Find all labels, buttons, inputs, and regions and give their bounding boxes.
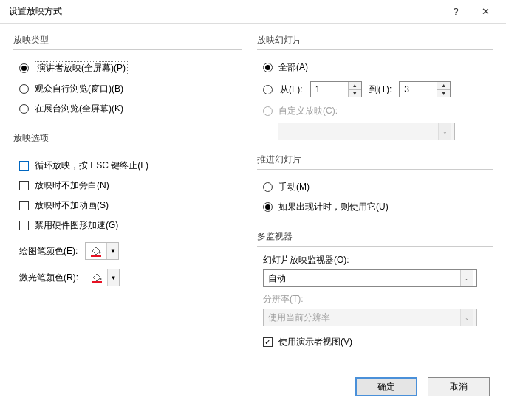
checkbox-label: 使用演示者视图(V) — [278, 336, 352, 348]
group-title: 多监视器 — [257, 230, 493, 243]
checkbox-no-narration[interactable]: 放映时不加旁白(N) — [13, 176, 242, 196]
radio-slides-range[interactable]: 从(F): ▲▼ 到(T): ▲▼ — [257, 78, 493, 101]
svg-point-0 — [99, 252, 101, 254]
to-input[interactable] — [400, 82, 437, 97]
laser-color-label: 激光笔颜色(R): — [19, 272, 78, 284]
button-label: 确定 — [377, 381, 395, 393]
close-icon: ✕ — [482, 6, 490, 17]
pen-color-label: 绘图笔颜色(E): — [19, 245, 78, 258]
from-input[interactable] — [311, 82, 348, 97]
select-value: 使用当前分辨率 — [268, 311, 330, 324]
to-label: 到(T): — [369, 83, 392, 96]
chevron-down-icon: ▼ — [106, 243, 118, 259]
group-slides: 放映幻灯片 全部(A) 从(F): ▲▼ 到(T): ▲▼ — [257, 34, 493, 140]
checkbox-icon — [263, 337, 273, 347]
radio-slides-all[interactable]: 全部(A) — [257, 58, 493, 78]
monitor-label: 幻灯片放映监视器(O): — [257, 254, 493, 266]
checkbox-icon — [19, 181, 29, 190]
button-label: 取消 — [450, 381, 468, 393]
group-title: 推进幻灯片 — [257, 154, 493, 166]
dialog-body: 放映类型 演讲者放映(全屏幕)(P) 观众自行浏览(窗口)(B) 在展台浏览(全… — [0, 24, 506, 371]
checkbox-label: 循环放映，按 ESC 键终止(L) — [35, 159, 148, 172]
ok-button[interactable]: 确定 — [355, 377, 417, 396]
radio-icon — [263, 63, 273, 72]
radio-presenter[interactable]: 演讲者放映(全屏幕)(P) — [13, 58, 242, 79]
chevron-down-icon: ⌄ — [438, 123, 451, 140]
radio-icon — [19, 63, 29, 73]
checkbox-label: 放映时不加动画(S) — [35, 199, 109, 212]
dialog-title: 设置放映方式 — [9, 5, 441, 18]
chevron-down-icon: ⌄ — [460, 270, 473, 286]
checkbox-label: 禁用硬件图形加速(G) — [35, 219, 118, 232]
group-monitors: 多监视器 幻灯片放映监视器(O): 自动 ⌄ 分辨率(T): 使用当前分辨率 ⌄… — [257, 230, 493, 352]
spin-down-icon[interactable]: ▼ — [437, 90, 450, 97]
radio-label: 全部(A) — [278, 61, 308, 74]
radio-icon — [19, 104, 29, 114]
custom-show-select: ⌄ — [278, 123, 455, 140]
radio-label: 在展台浏览(全屏幕)(K) — [35, 103, 123, 115]
group-title: 放映类型 — [13, 34, 242, 47]
dialog-footer: 确定 取消 — [0, 371, 506, 407]
laser-color-picker[interactable]: ▼ — [86, 269, 120, 286]
monitor-select[interactable]: 自动 ⌄ — [263, 269, 477, 287]
svg-point-1 — [100, 278, 102, 280]
group-title: 放映幻灯片 — [257, 34, 493, 47]
checkbox-no-animation[interactable]: 放映时不加动画(S) — [13, 196, 242, 216]
checkbox-disable-hw[interactable]: 禁用硬件图形加速(G) — [13, 216, 242, 235]
radio-kiosk[interactable]: 在展台浏览(全屏幕)(K) — [13, 99, 242, 119]
checkbox-icon — [19, 161, 29, 171]
cancel-button[interactable]: 取消 — [428, 377, 490, 396]
titlebar: 设置放映方式 ? ✕ — [0, 0, 506, 24]
radio-label: 手动(M) — [278, 181, 310, 193]
radio-icon — [263, 106, 273, 116]
help-button[interactable]: ? — [441, 0, 471, 24]
from-spinner[interactable]: ▲▼ — [310, 81, 362, 97]
group-show-type: 放映类型 演讲者放映(全屏幕)(P) 观众自行浏览(窗口)(B) 在展台浏览(全… — [13, 34, 242, 119]
from-label: 从(F): — [280, 83, 303, 96]
radio-icon — [19, 84, 29, 94]
radio-icon — [263, 182, 273, 192]
to-spinner[interactable]: ▲▼ — [399, 81, 451, 97]
resolution-select: 使用当前分辨率 ⌄ — [263, 309, 477, 326]
spin-up-icon[interactable]: ▲ — [437, 82, 450, 90]
radio-icon — [263, 85, 273, 94]
pen-color-picker[interactable]: ▼ — [85, 242, 119, 260]
select-value: 自动 — [268, 272, 286, 285]
radio-icon — [263, 202, 273, 212]
chevron-down-icon: ⌄ — [460, 309, 473, 326]
checkbox-icon — [19, 201, 29, 210]
radio-browse-window[interactable]: 观众自行浏览(窗口)(B) — [13, 79, 242, 99]
group-title: 放映选项 — [13, 132, 242, 145]
checkbox-icon — [19, 221, 29, 230]
radio-label: 演讲者放映(全屏幕)(P) — [35, 61, 128, 75]
radio-label: 自定义放映(C): — [278, 105, 338, 117]
spin-up-icon[interactable]: ▲ — [349, 82, 361, 90]
group-advance: 推进幻灯片 手动(M) 如果出现计时，则使用它(U) — [257, 154, 493, 217]
radio-advance-timings[interactable]: 如果出现计时，则使用它(U) — [257, 197, 493, 217]
close-button[interactable]: ✕ — [471, 0, 500, 24]
checkbox-presenter-view[interactable]: 使用演示者视图(V) — [257, 332, 493, 352]
resolution-label: 分辨率(T): — [257, 293, 493, 306]
radio-label: 观众自行浏览(窗口)(B) — [35, 83, 123, 95]
spin-down-icon[interactable]: ▼ — [349, 90, 361, 97]
chevron-down-icon: ▼ — [107, 269, 119, 286]
group-show-options: 放映选项 循环放映，按 ESC 键终止(L) 放映时不加旁白(N) 放映时不加动… — [13, 132, 242, 289]
radio-advance-manual[interactable]: 手动(M) — [257, 177, 493, 197]
bucket-icon — [90, 272, 103, 283]
radio-label: 如果出现计时，则使用它(U) — [278, 201, 389, 213]
radio-custom-show: 自定义放映(C): — [257, 101, 493, 121]
bucket-icon — [89, 245, 103, 257]
checkbox-loop[interactable]: 循环放映，按 ESC 键终止(L) — [13, 156, 242, 176]
checkbox-label: 放映时不加旁白(N) — [35, 179, 109, 192]
